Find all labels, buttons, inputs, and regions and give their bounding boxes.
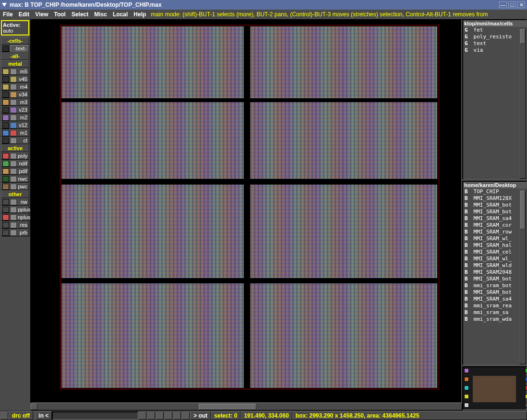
color-swatch[interactable] [464, 368, 469, 373]
color-swatch[interactable] [464, 403, 469, 408]
section-all[interactable]: -all- [1, 52, 29, 60]
layer-v12[interactable]: v12 [1, 121, 29, 129]
color-swatch[interactable] [525, 394, 527, 399]
list-item[interactable]: B MMI_SRAM_bot [463, 289, 526, 296]
minimize-button[interactable]: — [499, 1, 507, 8]
swatch-icon [10, 84, 17, 90]
list-item[interactable]: B mmi_sram_sa [463, 309, 526, 316]
menu-view[interactable]: View [32, 10, 51, 19]
minimap[interactable] [462, 366, 527, 410]
scroll-left-icon[interactable] [31, 404, 37, 410]
color-swatch[interactable] [464, 394, 469, 399]
layer-prb[interactable]: prb [1, 229, 29, 236]
swatch-icon [10, 138, 17, 144]
status-btn[interactable] [0, 412, 8, 420]
layer-ct[interactable]: ct [1, 137, 29, 144]
status-btn[interactable] [165, 412, 172, 420]
list-item[interactable]: B MMI_SRAM_sa4 [463, 296, 526, 303]
list-item[interactable]: B MMI_SRAM_cor [463, 222, 526, 229]
list-item[interactable]: B MMI_SRAM_sa4 [463, 215, 526, 222]
list-item[interactable]: B MMI_SRAM_bot [463, 209, 526, 215]
list-item[interactable]: B MMI_SRAM2048 [463, 269, 526, 276]
status-btn[interactable] [156, 412, 164, 420]
list-item[interactable]: B MMI_SRAM_bot [463, 202, 526, 209]
command-input[interactable] [52, 411, 138, 420]
horizontal-scrollbar[interactable] [30, 403, 462, 410]
section-cells[interactable]: -cells- [1, 37, 29, 45]
list-item[interactable]: G via [463, 47, 526, 54]
list-item[interactable]: B mmi_sram_bot [463, 282, 526, 289]
menu-file[interactable]: File [0, 10, 16, 19]
list-item[interactable]: G poly_resisto [463, 34, 526, 40]
active-value: auto [3, 28, 27, 34]
section-active[interactable]: active [1, 144, 29, 152]
layer-m5[interactable]: m5 [1, 68, 29, 75]
layer-label: res [18, 222, 29, 228]
menu-misc[interactable]: Misc [91, 10, 110, 19]
list-item[interactable]: B mmi_sram_rea [463, 303, 526, 309]
status-btn[interactable] [139, 412, 146, 420]
scroll-thumb[interactable] [199, 404, 256, 410]
dropdown-icon[interactable] [2, 3, 7, 7]
maximize-button[interactable]: □ [508, 1, 516, 8]
layer-label: m2 [18, 115, 29, 120]
layer-text-toggle[interactable]: -text- [1, 45, 29, 52]
list-item[interactable]: B MMI_SRAM_hal [463, 242, 526, 249]
status-btn[interactable] [173, 412, 181, 420]
layer-v34[interactable]: v34 [1, 91, 29, 98]
list-item[interactable]: B MMI_SRAM_bot [463, 276, 526, 282]
list-item[interactable]: B MMI_SRAM_wl_ [463, 256, 526, 262]
swatch-icon [10, 92, 17, 98]
layer-v45[interactable]: v45 [1, 75, 29, 83]
list-item[interactable]: G fet [463, 27, 526, 34]
menu-local[interactable]: Local [110, 10, 131, 19]
color-swatch[interactable] [525, 385, 527, 390]
layer-m2[interactable]: m2 [1, 114, 29, 121]
layer-nw[interactable]: nw [1, 198, 29, 206]
section-other[interactable]: other [1, 190, 29, 198]
list-item[interactable]: B mmi_sram_wda [463, 316, 526, 323]
list-item[interactable]: B MMI_SRAM_wl_ [463, 235, 526, 242]
list-item[interactable]: B TOP_CHIP [463, 188, 526, 195]
layer-label: v12 [18, 122, 29, 128]
layout-canvas[interactable] [30, 19, 462, 403]
layer-nplus[interactable]: nplus [1, 213, 29, 221]
menu-select[interactable]: Select [69, 10, 91, 19]
layer-pdif[interactable]: pdif [1, 167, 29, 175]
layer-label: pdif [18, 168, 29, 174]
color-swatch[interactable] [464, 385, 469, 390]
section-metal[interactable]: metal [1, 60, 29, 68]
list-item[interactable]: B MMI_SRAM_cel [463, 249, 526, 256]
list-item[interactable]: G text [463, 40, 526, 47]
color-swatch[interactable] [525, 368, 527, 373]
layer-v23[interactable]: v23 [1, 106, 29, 114]
list-item[interactable]: B MMI_SRAM_row [463, 229, 526, 235]
drc-status[interactable]: drc off [9, 411, 33, 420]
color-swatch[interactable] [464, 377, 469, 382]
layer-pplus[interactable]: pplus [1, 206, 29, 213]
layer-m4[interactable]: m4 [1, 83, 29, 91]
close-button[interactable]: ✕ [517, 1, 525, 8]
vertical-scrollbar[interactable] [519, 189, 526, 364]
vertical-scrollbar[interactable] [519, 28, 526, 179]
active-layer-box[interactable]: Active: auto [1, 20, 29, 35]
menu-help[interactable]: Help [131, 10, 149, 19]
layer-ndif[interactable]: ndif [1, 160, 29, 167]
status-btn[interactable] [182, 412, 190, 420]
layer-m3[interactable]: m3 [1, 98, 29, 106]
swatch-icon [2, 222, 9, 228]
list-item[interactable]: B MMI_SRAM_wld [463, 262, 526, 269]
layer-res[interactable]: res [1, 221, 29, 229]
menu-tool[interactable]: Tool [51, 10, 68, 19]
layer-nwc[interactable]: nwc [1, 175, 29, 183]
color-swatch[interactable] [525, 403, 527, 408]
color-swatch[interactable] [525, 377, 527, 382]
menu-edit[interactable]: Edit [16, 10, 33, 19]
list-item[interactable]: B MMI_SRAM128X [463, 195, 526, 202]
swatch-icon [2, 184, 9, 190]
status-btn[interactable] [147, 412, 155, 420]
layer-m1[interactable]: m1 [1, 129, 29, 137]
layer-poly[interactable]: poly [1, 152, 29, 160]
layer-label: ndif [18, 161, 29, 166]
layer-pwc[interactable]: pwc [1, 183, 29, 190]
